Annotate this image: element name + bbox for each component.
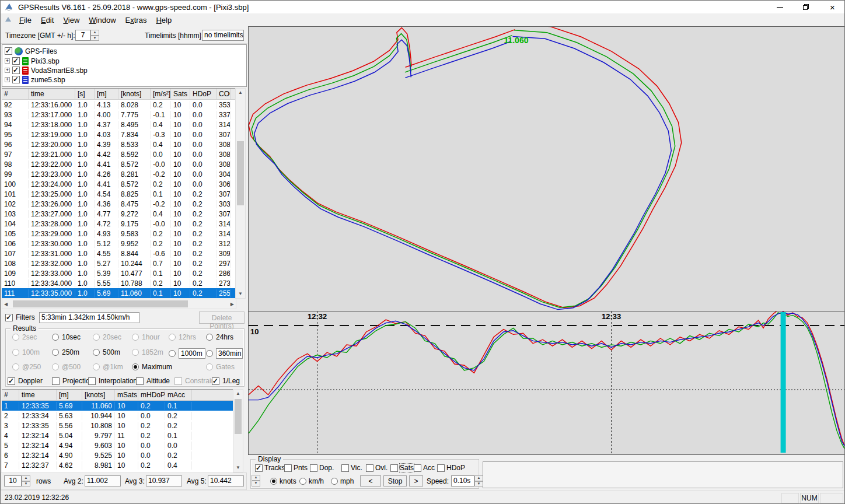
timezone-spinner[interactable]: ▲▼ bbox=[90, 30, 99, 41]
column-header-1[interactable]: time bbox=[29, 89, 75, 99]
column-header-2[interactable]: [m] bbox=[57, 390, 82, 400]
menu-file[interactable]: File bbox=[15, 14, 36, 26]
table-row[interactable]: 10412:33:28.0001.04.729.175-0.0100.2314.… bbox=[2, 219, 246, 229]
column-header-8[interactable]: COG bbox=[217, 89, 231, 99]
scroll-left-icon[interactable]: ◀ bbox=[4, 302, 8, 307]
menu-help[interactable]: Help bbox=[151, 14, 176, 26]
scroll-up-icon[interactable]: ▲ bbox=[236, 90, 245, 95]
step-forward-button[interactable]: > bbox=[409, 475, 423, 487]
radio-icon[interactable] bbox=[52, 334, 59, 341]
table-row[interactable]: 10212:33:26.0001.04.368.475-0.2100.2303.… bbox=[2, 199, 246, 209]
table-row[interactable]: 10912:33:33.0001.05.3910.4770.1100.2286.… bbox=[2, 268, 246, 278]
table-row[interactable]: 10712:33:31.0001.04.558.844-0.6100.2309.… bbox=[2, 249, 246, 258]
results-table-vscrollbar[interactable]: ▲ ▼ bbox=[233, 389, 243, 473]
checkbox-icon[interactable] bbox=[174, 377, 182, 385]
radio-icon[interactable] bbox=[132, 363, 139, 370]
timezone-input[interactable]: 7 bbox=[75, 30, 90, 41]
scroll-down-icon[interactable]: ▼ bbox=[236, 292, 245, 296]
checkbox-icon[interactable] bbox=[88, 377, 96, 385]
menu-window[interactable]: Window bbox=[84, 14, 120, 26]
scroll-thumb[interactable] bbox=[13, 300, 188, 307]
table-row[interactable]: 712:32:374.628.981100.20.4 bbox=[2, 460, 233, 470]
display-tracks[interactable]: Tracks bbox=[255, 464, 285, 472]
scroll-down-icon[interactable]: ▼ bbox=[233, 466, 243, 470]
table-row[interactable]: 9212:33:16.0001.04.138.0280.2100.0353.2 bbox=[2, 100, 246, 110]
radio-icon[interactable] bbox=[132, 334, 139, 341]
checkbox-icon[interactable] bbox=[366, 464, 373, 472]
display-ovl[interactable]: Ovl. bbox=[366, 464, 387, 472]
radio-icon[interactable] bbox=[93, 363, 100, 370]
custom-distance-input[interactable]: 360min bbox=[216, 348, 243, 359]
table-row[interactable]: 612:32:144.909.525100.00.2 bbox=[2, 450, 233, 460]
column-header-6[interactable]: mAcc bbox=[165, 390, 192, 400]
table-row[interactable]: 10112:33:25.0001.04.548.8250.1100.2307.8 bbox=[2, 189, 246, 199]
tree-root[interactable]: GPS-Files bbox=[5, 46, 57, 56]
result-option-250m[interactable]: 250m bbox=[52, 348, 79, 356]
table-row[interactable]: 212:33:345.6310.944100.00.2 bbox=[2, 411, 233, 421]
result-option-maximum[interactable]: Maximum bbox=[132, 363, 172, 371]
close-button[interactable]: × bbox=[819, 1, 845, 13]
result-option-24hrs[interactable]: 24hrs bbox=[206, 333, 233, 341]
radio-icon[interactable] bbox=[52, 363, 59, 370]
radio-icon[interactable] bbox=[93, 349, 100, 356]
radio-icon[interactable] bbox=[206, 350, 213, 357]
table-row[interactable]: 9812:33:22.0001.04.418.572-0.0100.0308.6 bbox=[2, 159, 246, 169]
column-header-0[interactable]: # bbox=[2, 89, 29, 99]
result-option-100m[interactable]: 100m bbox=[12, 348, 40, 356]
stop-button[interactable]: Stop bbox=[383, 475, 407, 487]
column-header-3[interactable]: [knots] bbox=[82, 390, 115, 400]
restore-button[interactable] bbox=[793, 1, 819, 13]
unit-mph[interactable]: mph bbox=[331, 477, 354, 485]
result-option-1852m[interactable]: 1852m bbox=[132, 348, 163, 356]
table-row[interactable]: 312:33:355.5610.808100.20.2 bbox=[2, 421, 233, 430]
result-option-360min[interactable]: 360min bbox=[206, 348, 243, 359]
scroll-thumb[interactable] bbox=[237, 141, 244, 205]
checkbox-icon[interactable] bbox=[8, 377, 15, 385]
checkbox-icon[interactable] bbox=[390, 464, 398, 472]
radio-icon[interactable] bbox=[132, 349, 139, 356]
step-back-button[interactable]: < bbox=[360, 475, 381, 487]
radio-icon[interactable] bbox=[206, 363, 213, 370]
table-row[interactable]: 9612:33:20.0001.04.398.5330.4100.0308.9 bbox=[2, 139, 246, 149]
file-checkbox[interactable] bbox=[12, 76, 20, 83]
tree-item-zume5.sbp[interactable]: +zume5.sbp bbox=[5, 75, 65, 85]
column-header-6[interactable]: Sats bbox=[171, 89, 190, 99]
table-row[interactable]: 9412:33:18.0001.04.378.4950.4100.0314.9 bbox=[2, 120, 246, 130]
option-1leg[interactable]: 1/Leg bbox=[212, 377, 240, 385]
column-header-4[interactable]: mSats bbox=[115, 390, 138, 400]
rows-count-spinner[interactable]: ▲▼ bbox=[22, 475, 30, 487]
radio-icon[interactable] bbox=[12, 349, 19, 356]
table-row[interactable]: 10512:33:29.0001.04.939.5830.2100.2314.9 bbox=[2, 229, 246, 239]
column-header-2[interactable]: [s] bbox=[75, 89, 95, 99]
radio-icon[interactable] bbox=[169, 334, 176, 341]
result-option-250[interactable]: @250 bbox=[12, 363, 41, 371]
table-row[interactable]: 9512:33:19.0001.04.037.834-0.3100.0307.4 bbox=[2, 130, 246, 139]
selected-point-highlight[interactable] bbox=[781, 312, 786, 453]
display-pnts[interactable]: Pnts bbox=[284, 464, 308, 472]
table-row[interactable]: 10012:33:24.0001.04.418.5720.2100.0306.2 bbox=[2, 179, 246, 189]
table-row[interactable]: 112:33:355.6911.060100.20.1 bbox=[2, 401, 233, 411]
checkbox-icon[interactable] bbox=[414, 464, 421, 472]
table-row[interactable]: 11012:33:34.0001.05.5510.7880.2100.2273.… bbox=[2, 278, 246, 288]
expand-icon[interactable]: + bbox=[5, 68, 10, 73]
checkbox-icon[interactable] bbox=[284, 464, 292, 472]
column-header-4[interactable]: [knots] bbox=[118, 89, 151, 99]
column-header-3[interactable]: [m] bbox=[95, 89, 118, 99]
display-hdop[interactable]: HDoP bbox=[437, 464, 465, 472]
result-option-10sec[interactable]: 10sec bbox=[52, 333, 81, 341]
expand-icon[interactable]: + bbox=[5, 77, 10, 82]
filters-checkbox[interactable] bbox=[5, 314, 13, 321]
filters-input[interactable]: 5:33min 1.342km 14.50km/h bbox=[39, 312, 139, 323]
track-table-hscrollbar[interactable]: ◀ ▶ bbox=[2, 299, 236, 309]
rows-count-input[interactable]: 10 bbox=[4, 475, 22, 487]
unit-kmh[interactable]: km/h bbox=[299, 477, 324, 485]
table-row[interactable]: 9912:33:23.0001.04.268.281-0.2100.0304.0 bbox=[2, 169, 246, 179]
column-header-5[interactable]: mHDoP bbox=[138, 390, 165, 400]
result-option-1000m[interactable]: 1000m bbox=[169, 348, 205, 359]
scroll-thumb[interactable] bbox=[235, 399, 242, 434]
result-option-500[interactable]: @500 bbox=[52, 363, 81, 371]
scroll-right-icon[interactable]: ▶ bbox=[231, 302, 234, 307]
checkbox-icon[interactable] bbox=[52, 377, 60, 385]
display-vic[interactable]: Vic. bbox=[341, 464, 362, 472]
column-header-7[interactable]: HDoP bbox=[190, 89, 217, 99]
